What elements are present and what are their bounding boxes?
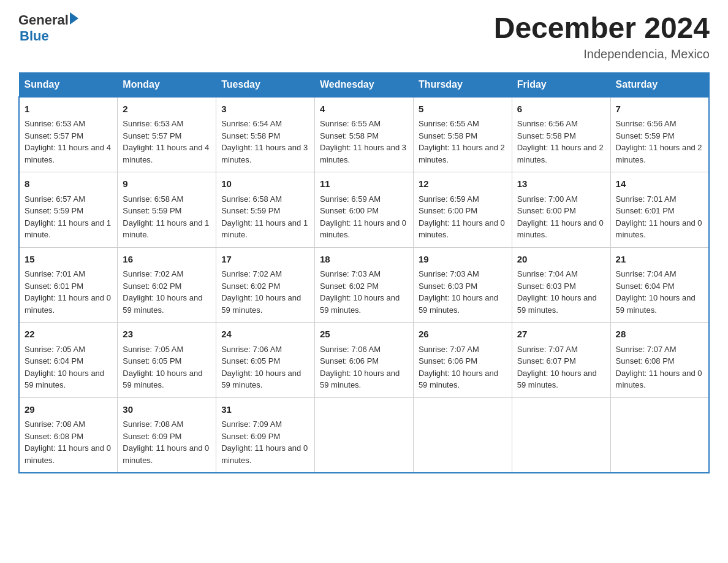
table-row: 21 Sunrise: 7:04 AMSunset: 6:04 PMDaylig… [610, 247, 709, 323]
day-info: Sunrise: 7:05 AMSunset: 6:04 PMDaylight:… [25, 345, 104, 390]
day-number: 29 [25, 403, 112, 417]
day-number: 1 [25, 102, 112, 117]
day-number: 15 [25, 253, 112, 267]
day-number: 30 [123, 403, 211, 417]
day-info: Sunrise: 6:59 AMSunset: 6:00 PMDaylight:… [419, 194, 505, 240]
table-row: 22 Sunrise: 7:05 AMSunset: 6:04 PMDaylig… [19, 323, 118, 398]
table-row: 11 Sunrise: 6:59 AMSunset: 6:00 PMDaylig… [315, 172, 414, 248]
table-row: 20 Sunrise: 7:04 AMSunset: 6:03 PMDaylig… [512, 247, 610, 323]
day-number: 19 [419, 253, 507, 267]
day-number: 14 [616, 177, 703, 191]
day-number: 21 [616, 253, 703, 267]
day-info: Sunrise: 6:57 AMSunset: 5:59 PMDaylight:… [25, 194, 111, 240]
calendar-header-row: Sunday Monday Tuesday Wednesday Thursday… [19, 72, 709, 97]
day-number: 4 [320, 102, 408, 117]
table-row [315, 397, 414, 473]
day-number: 2 [123, 102, 211, 117]
table-row: 3 Sunrise: 6:54 AMSunset: 5:58 PMDayligh… [216, 97, 315, 172]
day-number: 9 [123, 177, 211, 191]
month-title: December 2024 [494, 12, 710, 45]
header-friday: Friday [512, 72, 610, 97]
day-info: Sunrise: 7:04 AMSunset: 6:03 PMDaylight:… [517, 269, 597, 315]
table-row: 6 Sunrise: 6:56 AMSunset: 5:58 PMDayligh… [512, 97, 610, 172]
table-row: 29 Sunrise: 7:08 AMSunset: 6:08 PMDaylig… [19, 397, 118, 473]
table-row: 9 Sunrise: 6:58 AMSunset: 5:59 PMDayligh… [118, 172, 216, 248]
page-header: General Blue December 2024 Independencia… [18, 12, 710, 61]
table-row: 2 Sunrise: 6:53 AMSunset: 5:57 PMDayligh… [118, 97, 216, 172]
table-row: 14 Sunrise: 7:01 AMSunset: 6:01 PMDaylig… [610, 172, 709, 248]
day-number: 7 [616, 102, 703, 117]
day-number: 23 [123, 327, 211, 342]
logo-arrow-icon [70, 12, 78, 25]
logo: General Blue [18, 12, 78, 44]
calendar-week-row: 1 Sunrise: 6:53 AMSunset: 5:57 PMDayligh… [19, 97, 709, 172]
header-thursday: Thursday [413, 72, 512, 97]
day-info: Sunrise: 7:03 AMSunset: 6:02 PMDaylight:… [320, 269, 400, 315]
table-row: 15 Sunrise: 7:01 AMSunset: 6:01 PMDaylig… [19, 247, 118, 323]
day-number: 13 [517, 177, 605, 191]
day-info: Sunrise: 7:06 AMSunset: 6:06 PMDaylight:… [320, 345, 400, 390]
day-number: 22 [25, 327, 112, 342]
day-number: 16 [123, 253, 211, 267]
day-info: Sunrise: 7:01 AMSunset: 6:01 PMDaylight:… [25, 269, 111, 315]
day-number: 12 [419, 177, 507, 191]
table-row: 1 Sunrise: 6:53 AMSunset: 5:57 PMDayligh… [19, 97, 118, 172]
header-sunday: Sunday [19, 72, 118, 97]
day-number: 26 [419, 327, 507, 342]
day-number: 24 [221, 327, 309, 342]
table-row: 8 Sunrise: 6:57 AMSunset: 5:59 PMDayligh… [19, 172, 118, 248]
table-row: 4 Sunrise: 6:55 AMSunset: 5:58 PMDayligh… [315, 97, 414, 172]
table-row: 5 Sunrise: 6:55 AMSunset: 5:58 PMDayligh… [413, 97, 512, 172]
table-row: 16 Sunrise: 7:02 AMSunset: 6:02 PMDaylig… [118, 247, 216, 323]
calendar-week-row: 29 Sunrise: 7:08 AMSunset: 6:08 PMDaylig… [19, 397, 709, 473]
table-row: 10 Sunrise: 6:58 AMSunset: 5:59 PMDaylig… [216, 172, 315, 248]
day-number: 20 [517, 253, 605, 267]
day-info: Sunrise: 6:55 AMSunset: 5:58 PMDaylight:… [320, 119, 406, 164]
day-info: Sunrise: 6:53 AMSunset: 5:57 PMDaylight:… [25, 119, 111, 164]
day-info: Sunrise: 6:58 AMSunset: 5:59 PMDaylight:… [123, 194, 209, 240]
location-subtitle: Independencia, Mexico [494, 47, 710, 61]
day-info: Sunrise: 7:01 AMSunset: 6:01 PMDaylight:… [616, 194, 702, 240]
day-info: Sunrise: 6:58 AMSunset: 5:59 PMDaylight:… [221, 194, 308, 240]
day-number: 18 [320, 253, 408, 267]
table-row: 13 Sunrise: 7:00 AMSunset: 6:00 PMDaylig… [512, 172, 610, 248]
table-row [512, 397, 610, 473]
table-row: 17 Sunrise: 7:02 AMSunset: 6:02 PMDaylig… [216, 247, 315, 323]
day-info: Sunrise: 7:03 AMSunset: 6:03 PMDaylight:… [419, 269, 498, 315]
day-number: 17 [221, 253, 309, 267]
calendar-week-row: 8 Sunrise: 6:57 AMSunset: 5:59 PMDayligh… [19, 172, 709, 248]
header-monday: Monday [118, 72, 216, 97]
day-info: Sunrise: 6:56 AMSunset: 5:59 PMDaylight:… [616, 119, 702, 164]
day-number: 11 [320, 177, 408, 191]
day-number: 6 [517, 102, 605, 117]
day-number: 5 [419, 102, 507, 117]
header-saturday: Saturday [610, 72, 709, 97]
table-row [413, 397, 512, 473]
day-number: 25 [320, 327, 408, 342]
logo-blue: Blue [20, 28, 78, 44]
day-number: 31 [221, 403, 309, 417]
table-row: 28 Sunrise: 7:07 AMSunset: 6:08 PMDaylig… [610, 323, 709, 398]
table-row: 18 Sunrise: 7:03 AMSunset: 6:02 PMDaylig… [315, 247, 414, 323]
day-info: Sunrise: 7:06 AMSunset: 6:05 PMDaylight:… [221, 345, 301, 390]
day-info: Sunrise: 6:59 AMSunset: 6:00 PMDaylight:… [320, 194, 406, 240]
day-info: Sunrise: 7:02 AMSunset: 6:02 PMDaylight:… [221, 269, 301, 315]
table-row: 30 Sunrise: 7:08 AMSunset: 6:09 PMDaylig… [118, 397, 216, 473]
table-row: 12 Sunrise: 6:59 AMSunset: 6:00 PMDaylig… [413, 172, 512, 248]
day-info: Sunrise: 7:05 AMSunset: 6:05 PMDaylight:… [123, 345, 202, 390]
day-number: 8 [25, 177, 112, 191]
day-info: Sunrise: 7:04 AMSunset: 6:04 PMDaylight:… [616, 269, 696, 315]
day-info: Sunrise: 6:53 AMSunset: 5:57 PMDaylight:… [123, 119, 209, 164]
table-row: 24 Sunrise: 7:06 AMSunset: 6:05 PMDaylig… [216, 323, 315, 398]
day-number: 27 [517, 327, 605, 342]
calendar-table: Sunday Monday Tuesday Wednesday Thursday… [18, 72, 710, 474]
table-row: 25 Sunrise: 7:06 AMSunset: 6:06 PMDaylig… [315, 323, 414, 398]
day-info: Sunrise: 6:54 AMSunset: 5:58 PMDaylight:… [221, 119, 308, 164]
day-number: 3 [221, 102, 309, 117]
day-info: Sunrise: 7:07 AMSunset: 6:06 PMDaylight:… [419, 345, 498, 390]
header-tuesday: Tuesday [216, 72, 315, 97]
table-row: 26 Sunrise: 7:07 AMSunset: 6:06 PMDaylig… [413, 323, 512, 398]
logo-general: General [18, 12, 69, 28]
table-row: 23 Sunrise: 7:05 AMSunset: 6:05 PMDaylig… [118, 323, 216, 398]
day-info: Sunrise: 7:02 AMSunset: 6:02 PMDaylight:… [123, 269, 202, 315]
